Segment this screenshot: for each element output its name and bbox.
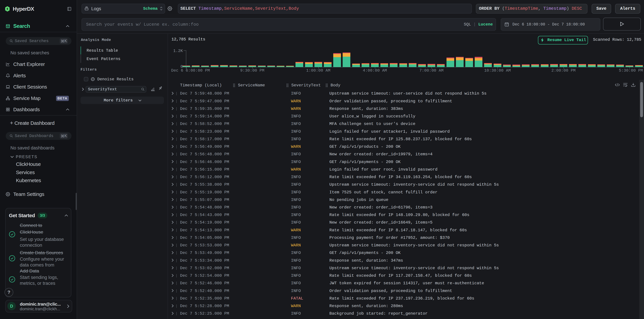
svg-text:1: 1 <box>506 24 507 26</box>
